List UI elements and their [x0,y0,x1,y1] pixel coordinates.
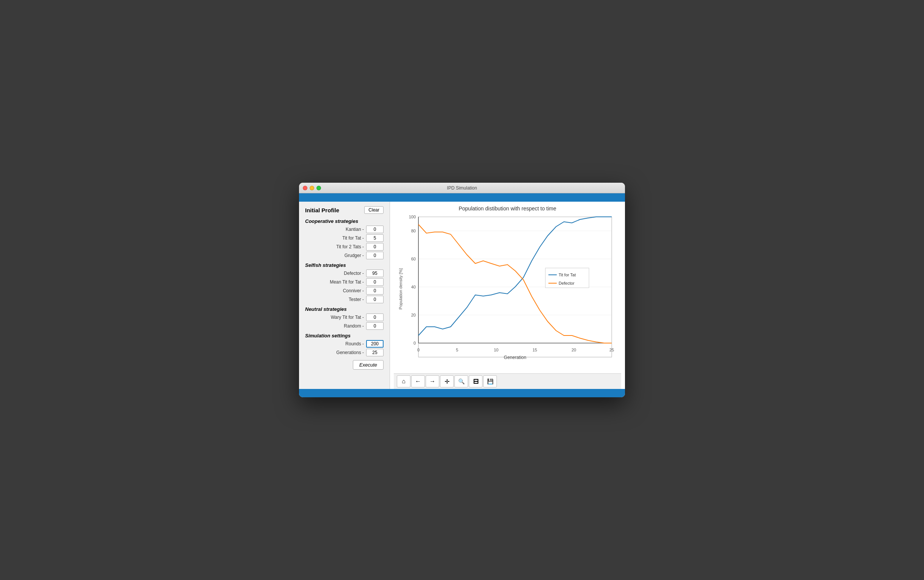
random-row: Random - [305,322,383,330]
mean-tft-label: Mean Tit for Tat - [305,279,364,285]
tit-for-2-tats-input[interactable] [366,243,383,250]
generations-label: Generations - [305,350,364,355]
execute-button[interactable]: Execute [353,360,383,370]
grudger-row: Grudger - [305,252,383,259]
wary-tft-row: Wary Tit for Tat - [305,313,383,321]
chart-svg: 0 20 40 60 80 100 [394,213,621,372]
titlebar: IPD Simulation [299,183,625,193]
conniver-row: Conniver - [305,287,383,295]
home-icon: ⌂ [402,378,406,385]
main-content: Initial Profile Clear Cooperative strate… [299,202,625,389]
svg-text:Tit for Tat: Tit for Tat [559,273,576,277]
zoom-icon: 🔍 [458,378,465,384]
svg-text:5: 5 [456,348,458,352]
rounds-input[interactable] [366,340,383,348]
mean-tft-row: Mean Tit for Tat - [305,278,383,286]
svg-text:10: 10 [494,348,498,352]
maximize-button[interactable] [316,186,321,190]
pan-button[interactable]: ✛ [440,375,454,387]
tft2-row: Tit for 2 Tats - [305,243,383,250]
generations-input[interactable] [366,349,383,356]
tester-input[interactable] [366,296,383,303]
pan-icon: ✛ [445,378,449,385]
selfish-section-label: Selfish strategies [305,262,383,268]
back-button[interactable]: ← [411,375,425,387]
home-button[interactable]: ⌂ [397,375,411,387]
svg-text:100: 100 [409,214,416,219]
svg-text:80: 80 [411,229,416,233]
configure-icon: ⊟ [473,377,478,386]
execute-row: Execute [305,360,383,370]
svg-text:40: 40 [411,285,416,289]
defector-input[interactable] [366,270,383,277]
window-title: IPD Simulation [447,185,477,191]
wary-tft-label: Wary Tit for Tat - [305,315,364,320]
chart-container: Population distibution with respect to t… [394,206,621,373]
svg-text:20: 20 [572,348,576,352]
generations-row: Generations - [305,349,383,356]
tft-label: Tit for Tat - [305,236,364,241]
top-toolbar [299,193,625,202]
footer-toolbar [299,389,625,397]
svg-text:Defector: Defector [559,281,575,285]
svg-text:15: 15 [533,348,537,352]
tester-row: Tester - [305,296,383,303]
random-label: Random - [305,323,364,329]
grudger-input[interactable] [366,252,383,259]
zoom-button[interactable]: 🔍 [454,375,468,387]
sidebar-header: Initial Profile Clear [305,206,383,214]
defector-label: Defector - [305,271,364,276]
random-input[interactable] [366,322,383,330]
back-icon: ← [415,378,421,385]
defector-row: Defector - [305,270,383,277]
tft-row: Tit for Tat - [305,234,383,242]
close-button[interactable] [303,186,307,190]
grudger-label: Grudger - [305,253,364,258]
main-window: IPD Simulation Initial Profile Clear Coo… [299,183,625,397]
chart-toolbar: ⌂ ← → ✛ 🔍 ⊟ 💾 [394,373,621,389]
svg-text:60: 60 [411,257,416,261]
cooperative-section-label: Cooperative strategies [305,218,383,224]
forward-icon: → [429,378,436,385]
save-button[interactable]: 💾 [483,375,497,387]
simulation-section-label: Simulation settings [305,333,383,338]
neutral-section-label: Neutral strategies [305,306,383,312]
configure-button[interactable]: ⊟ [469,375,482,387]
minimize-button[interactable] [310,186,314,190]
svg-text:25: 25 [610,348,614,352]
kantian-row: Kantian - [305,226,383,233]
svg-text:20: 20 [411,313,416,317]
svg-text:Population density [%]: Population density [%] [398,269,403,310]
conniver-input[interactable] [366,287,383,295]
window-controls [303,186,321,190]
kantian-input[interactable] [366,226,383,233]
conniver-label: Conniver - [305,288,364,293]
rounds-row: Rounds - [305,340,383,348]
tft2-label: Tit for 2 Tats - [305,244,364,249]
tester-label: Tester - [305,297,364,302]
chart-area: Population distibution with respect to t… [390,202,625,389]
rounds-label: Rounds - [305,341,364,346]
mean-tft-input[interactable] [366,278,383,286]
save-icon: 💾 [487,378,493,384]
tit-for-tat-input[interactable] [366,234,383,242]
svg-text:Generation: Generation [504,355,526,360]
svg-text:0: 0 [413,341,416,345]
chart-title: Population distibution with respect to t… [394,206,621,211]
forward-button[interactable]: → [426,375,439,387]
sidebar-title: Initial Profile [305,207,339,213]
kantian-label: Kantian - [305,227,364,232]
clear-button[interactable]: Clear [364,206,383,214]
wary-tft-input[interactable] [366,313,383,321]
sidebar: Initial Profile Clear Cooperative strate… [299,202,390,389]
svg-text:0: 0 [417,348,419,352]
